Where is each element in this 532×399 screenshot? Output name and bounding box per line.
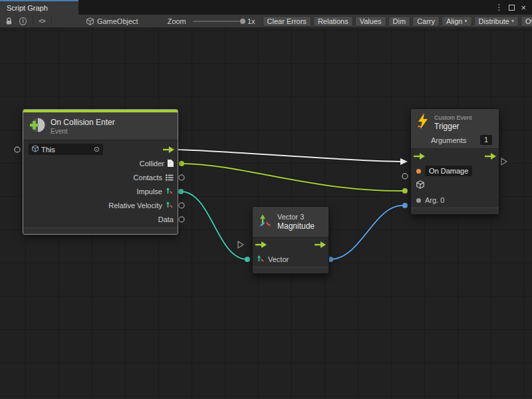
gameobject-label: GameObject	[97, 17, 138, 25]
node-header[interactable]: Custom Event Trigger Arguments 1	[411, 109, 499, 149]
string-port-dot	[416, 169, 421, 174]
window-tab-bar: Script Graph ⋮ ×	[0, 0, 532, 15]
relations-button[interactable]: Relations	[313, 16, 353, 27]
close-icon[interactable]: ×	[521, 3, 526, 12]
button-label: Clear Errors	[267, 17, 307, 26]
graph-canvas[interactable]: On Collision Enter Event This ⊙	[0, 28, 532, 399]
port-row-arg0[interactable]: Arg. 0	[411, 193, 499, 207]
port-vector-input[interactable]	[245, 257, 250, 262]
button-label: Relations	[318, 17, 348, 26]
values-button[interactable]: Values	[355, 16, 386, 27]
port-event-name-input[interactable]	[402, 174, 408, 179]
port-arg0-input[interactable]	[402, 203, 408, 208]
button-label: Dim	[393, 17, 406, 26]
flow-output-arrow[interactable]	[163, 144, 174, 156]
node-body: On Damage Arg. 0	[411, 149, 499, 207]
port-label: Vector	[268, 255, 289, 263]
carry-button[interactable]: Carry	[412, 16, 440, 27]
toolbar-buttons: Clear Errors Relations Values Dim Carry …	[263, 16, 532, 27]
info-icon[interactable]: i	[19, 17, 27, 25]
tab-script-graph[interactable]: Script Graph	[0, 0, 78, 15]
port-label: Arg. 0	[425, 196, 444, 204]
port-label: Relative Velocity	[108, 201, 162, 209]
port-row-vector[interactable]: Vector	[253, 252, 329, 267]
port-contacts-output[interactable]	[179, 175, 184, 180]
port-row-event-name[interactable]: On Damage	[411, 164, 499, 178]
flow-arrowhead	[400, 158, 408, 165]
arguments-label: Arguments	[431, 136, 466, 144]
button-label: Distribute	[479, 17, 509, 26]
port-impulse-output[interactable]	[178, 189, 184, 194]
zoom-value: 1x	[247, 17, 255, 25]
port-row-contacts[interactable]: Contacts	[23, 170, 178, 184]
node-header[interactable]: Vector 3 Magnitude	[253, 207, 329, 237]
code-view-icon[interactable]: <>	[39, 17, 45, 25]
node-subtitle: Event	[51, 128, 115, 135]
node-title: Trigger	[434, 122, 472, 131]
collision-event-icon	[29, 116, 46, 136]
node-body: Vector	[253, 237, 329, 267]
node-header[interactable]: On Collision Enter Event	[23, 112, 178, 140]
gameobject-icon	[86, 17, 94, 25]
port-data-output[interactable]	[179, 217, 184, 222]
maximize-icon[interactable]	[509, 5, 515, 11]
port-row-relative-velocity[interactable]: Relative Velocity	[23, 198, 178, 212]
flow-output-arrow[interactable]	[485, 150, 496, 162]
distribute-dropdown[interactable]: Distribute▾	[474, 16, 519, 27]
node-category: Custom Event	[434, 114, 472, 121]
flow-hint-triangle-right	[501, 158, 507, 165]
node-vector3-magnitude[interactable]: Vector 3 Magnitude	[252, 206, 329, 274]
node-on-collision-enter[interactable]: On Collision Enter Event This ⊙	[23, 109, 178, 235]
port-collision-target-input[interactable]	[15, 147, 20, 152]
port-event-target-input[interactable]	[402, 188, 408, 194]
port-label: Collider	[140, 160, 164, 168]
node-title: Vector 3	[277, 213, 315, 221]
gameobject-context[interactable]: GameObject	[86, 17, 138, 25]
window-controls: ⋮ ×	[495, 0, 532, 15]
object-picker-icon[interactable]: ⊙	[94, 146, 100, 153]
button-label: Values	[360, 17, 382, 26]
wire-flow-white	[178, 150, 408, 165]
flow-input-arrow[interactable]	[414, 150, 425, 162]
target-object-field[interactable]: This ⊙	[29, 144, 103, 155]
overview-button[interactable]: Overview	[521, 16, 532, 27]
target-object-value: This	[41, 146, 55, 154]
port-collider-output[interactable]	[179, 161, 184, 166]
port-row-impulse[interactable]: Impulse	[23, 184, 178, 198]
event-name-field[interactable]: On Damage	[425, 166, 472, 176]
port-label: Data	[158, 215, 174, 223]
dim-button[interactable]: Dim	[388, 16, 411, 27]
toolbar-separator	[51, 17, 52, 25]
wire-magnitude-blue	[328, 203, 408, 262]
node-footer	[23, 227, 178, 234]
custom-event-icon	[416, 112, 430, 132]
flow-hint-triangle-left	[238, 241, 243, 248]
gameobject-icon	[416, 180, 424, 192]
port-row-collider[interactable]: Collider	[23, 156, 178, 170]
port-row-event-target[interactable]	[411, 178, 499, 193]
port-row-data[interactable]: Data	[23, 212, 178, 226]
flow-input-arrow[interactable]	[255, 239, 267, 251]
align-dropdown[interactable]: Align▾	[442, 16, 471, 27]
clear-errors-button[interactable]: Clear Errors	[263, 16, 311, 27]
port-relative-velocity-output[interactable]	[179, 203, 184, 208]
button-label: Overview	[525, 17, 532, 26]
gameobject-icon	[32, 145, 39, 154]
button-label: Carry	[417, 17, 435, 26]
wire-impulse-teal	[178, 189, 250, 262]
node-trigger-custom-event[interactable]: Custom Event Trigger Arguments 1 On Da	[410, 108, 499, 215]
chevron-down-icon: ▾	[464, 17, 467, 26]
arguments-count-field[interactable]: 1	[480, 135, 492, 145]
collider-doc-icon	[168, 158, 174, 170]
chevron-down-icon: ▾	[511, 17, 514, 26]
flow-output-arrow[interactable]	[315, 239, 326, 251]
graph-toolbar: i <> GameObject Zoom 1x Clear Errors Rel…	[0, 15, 532, 28]
zoom-slider[interactable]	[193, 21, 242, 22]
zoom-slider-handle[interactable]	[239, 18, 246, 25]
arg0-port-dot	[416, 198, 421, 203]
lock-icon[interactable]	[5, 17, 13, 25]
window-menu-icon[interactable]: ⋮	[495, 3, 503, 11]
vector3-icon	[258, 213, 273, 231]
port-label: Impulse	[136, 188, 162, 196]
node-operation: Magnitude	[277, 221, 315, 231]
